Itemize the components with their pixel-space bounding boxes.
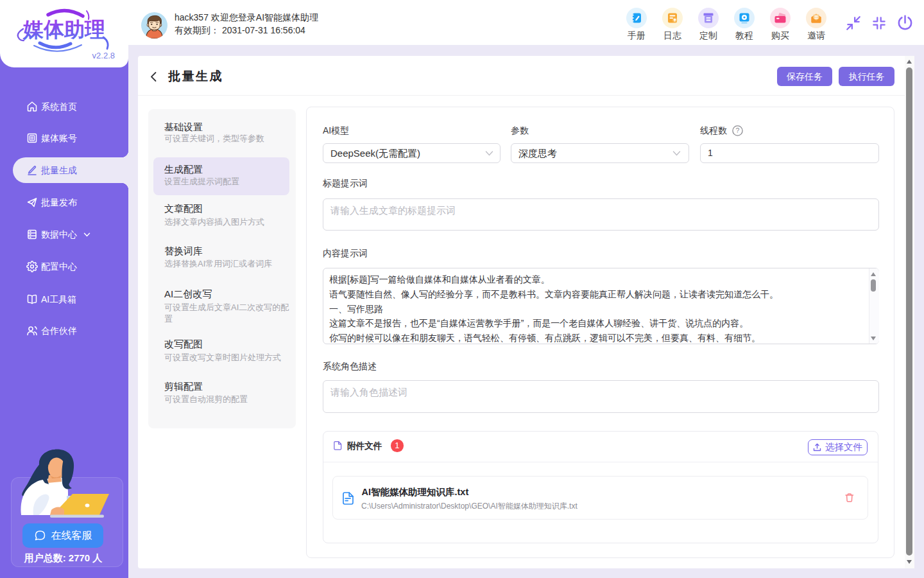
svg-text:?: ? [736,127,740,134]
svg-text:媒体助理: 媒体助理 [22,18,105,41]
